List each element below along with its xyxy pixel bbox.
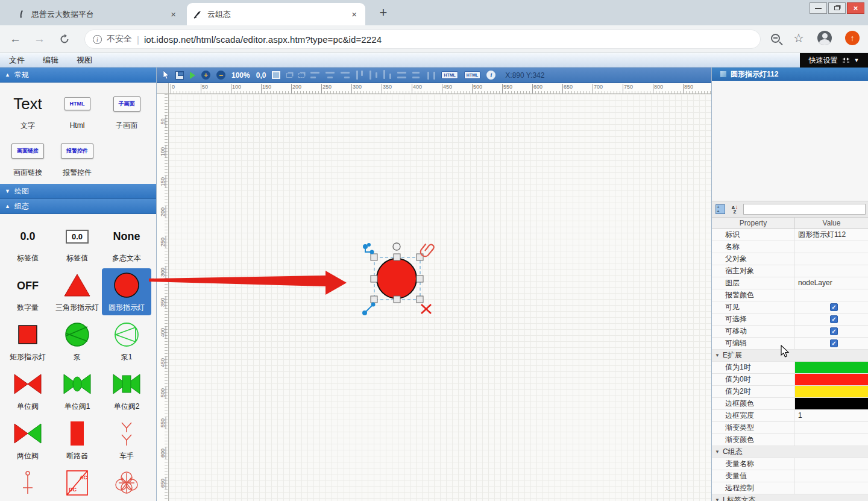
- property-group-row[interactable]: ▼L标签文本: [712, 494, 868, 501]
- property-row[interactable]: 边框宽度1: [712, 410, 868, 422]
- profile-avatar[interactable]: [817, 31, 832, 45]
- palette-item[interactable]: 泵: [52, 318, 102, 365]
- reload-icon[interactable]: [59, 34, 70, 45]
- property-row[interactable]: 值为0时: [712, 374, 868, 386]
- align-left-icon[interactable]: [310, 70, 319, 81]
- object-tree-area[interactable]: [712, 81, 868, 201]
- property-row[interactable]: 值为1时: [712, 362, 868, 374]
- info-icon[interactable]: i: [486, 70, 495, 81]
- sort-az-button[interactable]: A↓Z: [729, 203, 741, 215]
- color-swatch[interactable]: [795, 362, 868, 373]
- checkbox-checked[interactable]: ✓: [830, 315, 838, 323]
- palette-item[interactable]: 断路器: [52, 417, 102, 464]
- same-height-icon[interactable]: [412, 70, 421, 81]
- palette-item[interactable]: None多态文本: [102, 219, 151, 266]
- canvas-settings-icon[interactable]: [272, 70, 280, 81]
- color-swatch[interactable]: [795, 398, 868, 409]
- palette-item[interactable]: HTMLHtml: [52, 86, 102, 133]
- checkbox-checked[interactable]: ✓: [830, 339, 838, 347]
- property-group-row[interactable]: ▼C组态: [712, 446, 868, 458]
- browser-update-icon[interactable]: ↑: [845, 31, 860, 45]
- palette-item[interactable]: 单位阀1: [52, 367, 102, 414]
- menu-file[interactable]: 文件: [0, 53, 34, 68]
- property-row[interactable]: 变量值: [712, 470, 868, 482]
- sidebar-section-header[interactable]: ▼绘图: [0, 184, 156, 199]
- select-cursor-icon[interactable]: [163, 70, 169, 81]
- browser-tab-1[interactable]: 思普云大数据平台 ×: [11, 3, 184, 25]
- zoom-in-icon[interactable]: +: [201, 70, 210, 81]
- property-row[interactable]: 边框颜色: [712, 398, 868, 410]
- ungroup-icon[interactable]: [298, 70, 304, 81]
- property-row[interactable]: 可移动✓: [712, 326, 868, 338]
- page-info-icon[interactable]: i: [93, 35, 102, 44]
- property-row[interactable]: 可见✓: [712, 301, 868, 314]
- property-row[interactable]: 标识圆形指示灯112: [712, 229, 868, 241]
- property-group-row[interactable]: ▼E扩展: [712, 350, 868, 362]
- palette-item[interactable]: 矩形指示灯: [3, 318, 52, 365]
- color-swatch[interactable]: [795, 374, 868, 385]
- property-row[interactable]: 变量名称: [712, 458, 868, 470]
- property-filter-input[interactable]: [743, 204, 866, 215]
- palette-item[interactable]: 单位阀2: [102, 367, 151, 414]
- html-export-icon[interactable]: HTML: [464, 70, 480, 81]
- property-row[interactable]: 父对象: [712, 253, 868, 265]
- address-field[interactable]: i 不安全 | iot.idosp.net/html/scada/editor.…: [84, 30, 761, 49]
- minimize-button[interactable]: [810, 2, 827, 14]
- html-preview-icon[interactable]: HTML: [441, 70, 458, 81]
- palette-item[interactable]: 0.0标签值: [3, 219, 52, 266]
- property-row[interactable]: 渐变颜色: [712, 434, 868, 446]
- sidebar-section-header[interactable]: ▲组态: [0, 199, 156, 214]
- palette-item[interactable]: 报警控件报警控件: [52, 133, 102, 180]
- menu-edit[interactable]: 编辑: [34, 53, 68, 68]
- forward-icon[interactable]: →: [34, 33, 45, 46]
- palette-item[interactable]: PT: [102, 466, 151, 501]
- close-button[interactable]: ×: [847, 2, 864, 14]
- checkbox-checked[interactable]: ✓: [830, 327, 838, 335]
- palette-item[interactable]: 画面链接画面链接: [3, 133, 52, 180]
- sidebar-section-header[interactable]: ▲常规: [0, 68, 156, 83]
- palette-item[interactable]: 车手: [102, 417, 151, 464]
- align-center-icon[interactable]: [326, 70, 335, 81]
- same-size-icon[interactable]: [427, 70, 435, 81]
- property-row[interactable]: 值为2时: [712, 386, 868, 398]
- palette-item[interactable]: 两位阀: [3, 417, 52, 464]
- property-row[interactable]: 报警颜色: [712, 289, 868, 301]
- color-swatch[interactable]: [795, 386, 868, 397]
- same-width-icon[interactable]: [397, 70, 406, 81]
- chevron-down-icon[interactable]: ▼: [854, 57, 860, 63]
- property-row[interactable]: 图层nodeLayer: [712, 277, 868, 289]
- categorized-view-button[interactable]: ++: [714, 203, 726, 215]
- palette-item[interactable]: 圆形指示灯: [102, 268, 151, 315]
- restore-button[interactable]: [828, 2, 846, 14]
- palette-item[interactable]: 刀闸: [3, 466, 52, 501]
- palette-item[interactable]: 子画面子画面: [102, 86, 151, 133]
- align-bottom-icon[interactable]: [383, 70, 391, 81]
- property-row[interactable]: 远程控制: [712, 482, 868, 494]
- tab-close-icon[interactable]: ×: [349, 8, 359, 20]
- property-row[interactable]: 宿主对象: [712, 265, 868, 277]
- align-top-icon[interactable]: [356, 70, 363, 81]
- checkbox-checked[interactable]: ✓: [830, 303, 838, 311]
- design-canvas[interactable]: [169, 94, 711, 501]
- property-row[interactable]: 可选择✓: [712, 314, 868, 326]
- group-icon[interactable]: [286, 70, 292, 81]
- bookmark-star-icon[interactable]: ☆: [793, 32, 804, 44]
- palette-item[interactable]: 三角形指示灯: [52, 268, 102, 315]
- zoom-out-icon[interactable]: −: [216, 70, 225, 81]
- align-right-icon[interactable]: [341, 70, 350, 81]
- tab-close-icon[interactable]: ×: [168, 8, 178, 20]
- palette-item[interactable]: OFF数字量: [3, 268, 52, 315]
- palette-item[interactable]: Text文字: [3, 86, 52, 133]
- back-icon[interactable]: ←: [10, 33, 21, 46]
- browser-tab-2[interactable]: 云组态 ×: [187, 3, 365, 25]
- palette-item[interactable]: 单位阀: [3, 367, 52, 414]
- save-icon[interactable]: [175, 70, 184, 81]
- property-row[interactable]: 可编辑✓: [712, 338, 868, 350]
- align-middle-icon[interactable]: [370, 70, 377, 81]
- quick-settings-button[interactable]: 快速设置 ▼: [800, 53, 868, 68]
- palette-item[interactable]: 泵1: [102, 318, 151, 365]
- property-row[interactable]: 渐变类型: [712, 422, 868, 434]
- run-icon[interactable]: [190, 70, 195, 81]
- new-tab-button[interactable]: +: [375, 5, 392, 22]
- zoom-search-icon[interactable]: [771, 34, 780, 43]
